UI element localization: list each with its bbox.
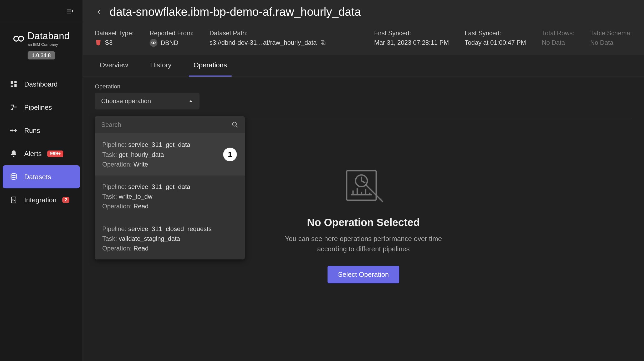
meta-label: Reported From: bbox=[150, 29, 194, 37]
meta-value: No Data bbox=[590, 39, 632, 46]
search-icon bbox=[232, 121, 238, 128]
tab-operations[interactable]: Operations bbox=[189, 55, 232, 77]
dd-val: service_311_get_data bbox=[128, 183, 190, 190]
page-title: data-snowflake.ibm-bp-demo-af.raw_hourly… bbox=[110, 5, 361, 18]
meta-table-schema: Table Schema: No Data bbox=[590, 29, 632, 47]
meta-first-synced: First Synced: Mar 31, 2023 07:28:11 PM bbox=[374, 29, 449, 47]
meta-last-synced: Last Synced: Today at 01:00:47 PM bbox=[465, 29, 526, 47]
svg-marker-19 bbox=[189, 100, 192, 102]
meta-total-rows: Total Rows: No Data bbox=[542, 29, 574, 47]
sidebar: Databand an IBM Company 1.0.34.8 Dashboa… bbox=[0, 0, 83, 361]
select-operation-button[interactable]: Select Operation bbox=[328, 266, 400, 283]
svg-rect-7 bbox=[14, 84, 17, 87]
dd-val: Read bbox=[134, 203, 149, 210]
empty-state-icon bbox=[343, 167, 385, 206]
dd-key: Pipeline: bbox=[102, 225, 126, 232]
dd-key: Task: bbox=[102, 235, 117, 242]
tab-history[interactable]: History bbox=[145, 55, 176, 77]
tab-overview[interactable]: Overview bbox=[95, 55, 133, 77]
sidebar-item-pipelines[interactable]: Pipelines bbox=[3, 96, 80, 119]
dd-val: write_to_dw bbox=[119, 193, 152, 200]
sidebar-item-runs[interactable]: Runs bbox=[3, 119, 80, 142]
svg-point-20 bbox=[232, 122, 236, 126]
search-input[interactable] bbox=[101, 121, 228, 128]
dropdown-option[interactable]: Pipeline: service_311_closed_requests Ta… bbox=[95, 218, 245, 260]
operation-label: Operation bbox=[95, 83, 632, 90]
collapse-sidebar-icon[interactable] bbox=[66, 7, 75, 16]
dashboard-icon bbox=[9, 79, 18, 89]
operation-select[interactable]: Choose operation bbox=[95, 93, 200, 109]
meta-label: First Synced: bbox=[374, 29, 449, 37]
dd-key: Task: bbox=[102, 193, 117, 200]
svg-point-12 bbox=[11, 174, 16, 176]
meta-dataset-type: Dataset Type: S3 bbox=[95, 29, 134, 47]
brand-logo-icon bbox=[13, 33, 24, 44]
meta-label: Dataset Path: bbox=[209, 29, 359, 37]
operation-select-placeholder: Choose operation bbox=[101, 97, 151, 105]
dropdown-option[interactable]: Pipeline: service_311_get_data Task: get… bbox=[95, 133, 245, 176]
dd-key: Operation: bbox=[102, 161, 132, 168]
dd-val: service_311_get_data bbox=[128, 141, 190, 148]
runs-icon bbox=[9, 126, 18, 135]
svg-point-16 bbox=[153, 42, 155, 44]
meta-row: Dataset Type: S3 Reported From: D bbox=[95, 29, 632, 47]
dd-key: Pipeline: bbox=[102, 183, 126, 190]
content: Operation Choose operation Pipeline: ser… bbox=[83, 77, 644, 361]
sidebar-item-alerts[interactable]: Alerts 999+ bbox=[3, 142, 80, 165]
dbnd-icon bbox=[150, 39, 157, 47]
sidebar-item-integration[interactable]: Integration 2 bbox=[3, 188, 80, 212]
brand-subtitle: an IBM Company bbox=[28, 42, 58, 47]
alerts-icon bbox=[9, 149, 18, 158]
brand-name: Databand bbox=[28, 31, 70, 42]
sidebar-item-dashboard[interactable]: Dashboard bbox=[3, 73, 80, 96]
pipelines-icon bbox=[9, 103, 18, 112]
meta-label: Dataset Type: bbox=[95, 29, 134, 37]
nav: Dashboard Pipelines Runs Alerts 999+ bbox=[0, 73, 83, 212]
sidebar-top bbox=[0, 0, 83, 22]
dd-key: Operation: bbox=[102, 203, 132, 210]
version-chip: 1.0.34.8 bbox=[28, 51, 55, 59]
sidebar-item-label: Alerts bbox=[24, 150, 42, 158]
meta-label: Last Synced: bbox=[465, 29, 526, 37]
empty-title: No Operation Selected bbox=[307, 217, 420, 228]
sidebar-item-label: Runs bbox=[24, 127, 40, 135]
dropdown-option[interactable]: Pipeline: service_311_get_data Task: wri… bbox=[95, 176, 245, 218]
back-button[interactable] bbox=[95, 7, 104, 16]
copy-icon[interactable] bbox=[320, 39, 326, 46]
meta-label: Table Schema: bbox=[590, 29, 632, 37]
s3-icon bbox=[95, 39, 102, 46]
svg-point-9 bbox=[11, 130, 12, 131]
dd-val: validate_staging_data bbox=[119, 235, 180, 242]
header: data-snowflake.ibm-bp-demo-af.raw_hourly… bbox=[83, 0, 644, 55]
tabs: Overview History Operations bbox=[83, 55, 644, 77]
integration-badge: 2 bbox=[62, 197, 69, 203]
svg-point-4 bbox=[19, 36, 23, 41]
sidebar-item-label: Dashboard bbox=[24, 80, 58, 88]
meta-value: s3://dbnd-dev-31…af/raw_hourly_data bbox=[209, 39, 317, 46]
alerts-badge: 999+ bbox=[47, 151, 63, 157]
svg-point-10 bbox=[12, 130, 13, 131]
integration-icon bbox=[9, 195, 18, 205]
svg-rect-8 bbox=[11, 86, 13, 87]
dd-val: get_hourly_data bbox=[119, 151, 164, 158]
caret-up-icon bbox=[188, 99, 193, 103]
brand-block: Databand an IBM Company 1.0.34.8 bbox=[0, 22, 83, 65]
svg-line-32 bbox=[366, 185, 381, 200]
empty-description: You can see here operations performance … bbox=[279, 234, 448, 254]
meta-value: S3 bbox=[105, 39, 113, 46]
meta-reported-from: Reported From: DBND bbox=[150, 29, 194, 47]
dd-key: Operation: bbox=[102, 245, 132, 252]
sidebar-item-label: Integration bbox=[24, 196, 57, 204]
datasets-icon bbox=[9, 172, 18, 182]
svg-rect-5 bbox=[11, 81, 13, 84]
sidebar-item-label: Datasets bbox=[24, 173, 51, 181]
meta-value: Today at 01:00:47 PM bbox=[465, 39, 526, 46]
operation-dropdown: Pipeline: service_311_get_data Task: get… bbox=[95, 116, 245, 259]
meta-value: No Data bbox=[542, 39, 574, 46]
dropdown-search bbox=[95, 116, 245, 133]
sidebar-item-datasets[interactable]: Datasets bbox=[3, 165, 80, 188]
dd-val: service_311_closed_requests bbox=[128, 225, 212, 232]
callout-badge: 1 bbox=[223, 148, 237, 161]
dd-key: Pipeline: bbox=[102, 141, 126, 148]
svg-line-25 bbox=[361, 181, 365, 183]
